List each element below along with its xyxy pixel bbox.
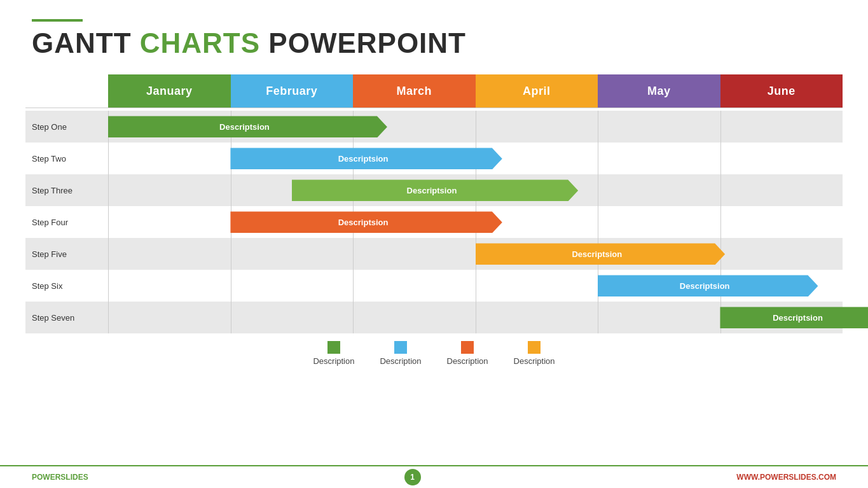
- cell: [108, 143, 231, 174]
- cell: [353, 270, 476, 302]
- cell: [720, 174, 843, 206]
- bar-arrow-4: Descriptsion: [230, 211, 502, 233]
- table-row: Step One Descriptsion: [25, 111, 843, 143]
- month-january: January: [108, 74, 231, 108]
- footer-slides: SLIDES: [60, 473, 88, 482]
- row-cells-1: Descriptsion: [108, 111, 843, 143]
- cell: [476, 302, 598, 333]
- cell: [231, 302, 354, 333]
- footer: POWERSLIDES 1 WWW.POWERSLIDES.COM: [0, 465, 868, 488]
- cell: [353, 302, 476, 333]
- legend-color-3: [461, 341, 474, 354]
- cell: [598, 302, 720, 333]
- cell: [353, 238, 476, 270]
- cell: [598, 206, 720, 238]
- header: GANTT CHARTS POWERPOINT: [0, 0, 868, 65]
- bar-arrow-1: Descriptsion: [108, 116, 387, 137]
- gantt-bar-7: Descriptsion: [720, 307, 868, 328]
- legend-color-2: [394, 341, 407, 354]
- table-row: Step Four Descriptsion: [25, 206, 843, 238]
- legend-item-4: Description: [514, 341, 555, 366]
- table-row: Step Five Descriptsion: [25, 238, 843, 270]
- cell: [720, 111, 843, 143]
- month-march: March: [353, 74, 476, 108]
- row-label-step-two: Step Two: [25, 154, 108, 164]
- months-row: January February March April May June: [108, 74, 843, 108]
- legend: Description Description Description Desc…: [0, 341, 868, 366]
- cell: [108, 302, 231, 333]
- bar-arrow-5: Descriptsion: [476, 243, 726, 265]
- row-label-step-six: Step Six: [25, 281, 108, 291]
- table-row: Step Three Descriptsion: [25, 174, 843, 206]
- legend-item-3: Description: [447, 341, 488, 366]
- month-may: May: [598, 74, 720, 108]
- legend-label-1: Description: [313, 356, 354, 366]
- cell: [231, 238, 354, 270]
- legend-color-1: [327, 341, 340, 354]
- gantt-chart: January February March April May June: [25, 74, 843, 333]
- row-cells-2: Descriptsion: [108, 143, 843, 174]
- legend-color-4: [528, 341, 541, 354]
- table-row: Step Six Descriptsion: [25, 270, 843, 302]
- footer-url: WWW.POWERSLIDES.COM: [736, 473, 836, 482]
- gantt-body: Step One Descriptsion: [25, 111, 843, 333]
- gantt-bar-1: Descriptsion: [108, 116, 387, 137]
- month-february: February: [231, 74, 354, 108]
- cell: [108, 206, 231, 238]
- row-label-step-three: Step Three: [25, 186, 108, 195]
- cell: [476, 270, 598, 302]
- gantt-bar-4: Descriptsion: [230, 211, 502, 233]
- cell: [108, 174, 231, 206]
- row-label-step-five: Step Five: [25, 249, 108, 259]
- footer-brand: POWERSLIDES: [32, 473, 88, 482]
- footer-page-num: 1: [404, 469, 421, 485]
- cell: [598, 174, 720, 206]
- legend-label-4: Description: [514, 356, 555, 366]
- cell: [720, 206, 843, 238]
- bar-arrow-3: Descriptsion: [292, 179, 578, 201]
- legend-item-1: Description: [313, 341, 354, 366]
- bar-arrow-6: Descriptsion: [598, 275, 818, 296]
- gantt-bar-3: Descriptsion: [292, 179, 578, 201]
- title-charts: CHARTS: [132, 27, 261, 59]
- cell: [720, 238, 843, 270]
- cell: [231, 270, 354, 302]
- month-june: June: [720, 74, 843, 108]
- row-cells-5: Descriptsion: [108, 238, 843, 270]
- row-cells-7: Descriptsion: [108, 302, 843, 333]
- cell: [108, 270, 231, 302]
- title-gantt: GANTT: [32, 27, 132, 59]
- row-cells-4: Descriptsion: [108, 206, 843, 238]
- gantt-bar-5: Descriptsion: [476, 243, 726, 265]
- cell: [108, 238, 231, 270]
- footer-power: POWER: [32, 473, 60, 482]
- cell: [598, 111, 720, 143]
- gantt-bar-2: Descriptsion: [230, 148, 502, 169]
- legend-item-2: Description: [380, 341, 421, 366]
- row-cells-6: Descriptsion: [108, 270, 843, 302]
- cell: [720, 143, 843, 174]
- title-powerpoint: POWERPOINT: [260, 27, 466, 59]
- row-label-step-one: Step One: [25, 122, 108, 132]
- row-cells-3: Descriptsion: [108, 174, 843, 206]
- month-april: April: [476, 74, 598, 108]
- accent-line: [32, 19, 83, 22]
- page-title: GANTT CHARTS POWERPOINT: [32, 28, 836, 59]
- row-label-step-four: Step Four: [25, 218, 108, 227]
- cell: [598, 143, 720, 174]
- legend-label-2: Description: [380, 356, 421, 366]
- bar-arrow-2: Descriptsion: [230, 148, 502, 169]
- gantt-bar-6: Descriptsion: [598, 275, 818, 296]
- row-label-step-seven: Step Seven: [25, 313, 108, 323]
- bar-arrow-7: Descriptsion: [720, 307, 868, 328]
- legend-label-3: Description: [447, 356, 488, 366]
- cell: [476, 111, 598, 143]
- table-row: Step Seven Descriptsion: [25, 302, 843, 333]
- header-divider: [25, 108, 843, 108]
- table-row: Step Two Descriptsion: [25, 143, 843, 174]
- page: GANTT CHARTS POWERPOINT January February…: [0, 0, 868, 488]
